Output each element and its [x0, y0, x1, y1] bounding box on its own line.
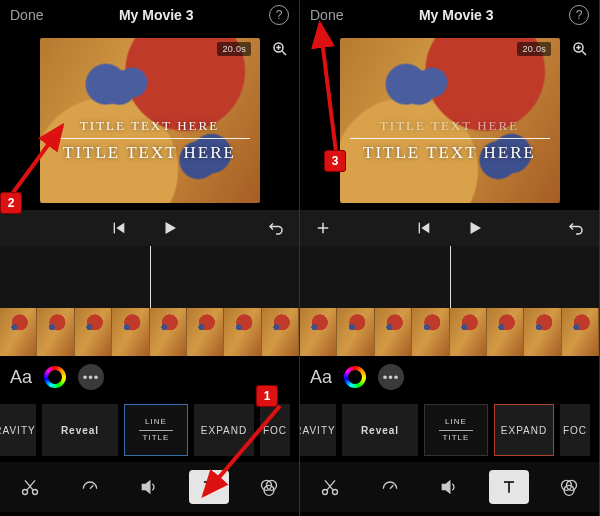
- svg-line-9: [27, 480, 35, 490]
- add-clip-button[interactable]: [314, 219, 332, 237]
- title-presets-row[interactable]: RAVITY Reveal LINETITLE EXPAND FOC: [300, 398, 599, 462]
- play-button[interactable]: [466, 219, 484, 237]
- cut-tool-button[interactable]: [310, 470, 350, 504]
- annotation-marker-1: 1: [256, 385, 278, 407]
- text-style-row: Aa •••: [0, 356, 299, 398]
- preset-line-title[interactable]: LINETITLE: [424, 404, 488, 456]
- svg-line-39: [204, 406, 280, 495]
- color-picker-button[interactable]: [44, 366, 66, 388]
- clip-strip[interactable]: [0, 308, 299, 356]
- svg-line-41: [12, 126, 62, 194]
- title-overlay[interactable]: TITLE TEXT HERE TITLE TEXT HERE: [50, 118, 250, 163]
- svg-marker-25: [421, 223, 429, 234]
- transport-bar: +: [0, 210, 299, 246]
- svg-marker-6: [166, 222, 177, 234]
- timeline[interactable]: [300, 246, 599, 356]
- duration-badge: 20.0s: [217, 42, 251, 56]
- preset-gravity[interactable]: RAVITY: [300, 404, 336, 456]
- svg-rect-24: [418, 223, 419, 234]
- svg-line-30: [325, 480, 333, 490]
- color-picker-button[interactable]: [344, 366, 366, 388]
- speed-tool-button[interactable]: [70, 470, 110, 504]
- svg-line-19: [582, 51, 586, 55]
- timeline[interactable]: [0, 246, 299, 356]
- play-button[interactable]: [161, 219, 179, 237]
- bottom-toolbar: [300, 462, 599, 512]
- title-main-field[interactable]: TITLE TEXT HERE: [50, 143, 250, 163]
- zoom-icon[interactable]: [271, 40, 289, 58]
- volume-tool-button[interactable]: [129, 470, 169, 504]
- svg-line-29: [327, 480, 335, 490]
- help-button[interactable]: ?: [569, 5, 589, 25]
- annotation-marker-2: 2: [0, 192, 22, 214]
- skip-back-button[interactable]: [416, 220, 432, 236]
- title-overlay[interactable]: TITLE TEXT HERE TITLE TEXT HERE: [350, 118, 550, 163]
- preset-focus[interactable]: FOC: [560, 404, 590, 456]
- cut-tool-button[interactable]: [10, 470, 50, 504]
- annotation-marker-3: 3: [324, 150, 346, 172]
- svg-line-10: [25, 480, 33, 490]
- title-subtitle-field[interactable]: TITLE TEXT HERE: [50, 118, 250, 134]
- titles-tool-button[interactable]: [489, 470, 529, 504]
- svg-rect-4: [114, 223, 115, 234]
- annotation-arrow-3: [314, 18, 354, 162]
- speed-tool-button[interactable]: [370, 470, 410, 504]
- annotation-arrow-1: [198, 400, 288, 514]
- preset-gravity[interactable]: RAVITY: [0, 404, 36, 456]
- text-style-row: Aa •••: [300, 356, 599, 398]
- volume-tool-button[interactable]: [429, 470, 469, 504]
- more-options-button[interactable]: •••: [378, 364, 404, 390]
- svg-marker-12: [143, 481, 151, 493]
- undo-button[interactable]: [567, 219, 585, 237]
- zoom-icon[interactable]: [571, 40, 589, 58]
- project-title: My Movie 3: [119, 7, 194, 23]
- title-subtitle-field[interactable]: TITLE TEXT HERE: [350, 118, 550, 134]
- preset-reveal[interactable]: Reveal: [342, 404, 418, 456]
- undo-button[interactable]: [267, 219, 285, 237]
- duration-badge: 20.0s: [517, 42, 551, 56]
- skip-back-button[interactable]: [111, 220, 127, 236]
- title-divider: [350, 138, 550, 139]
- preset-expand[interactable]: EXPAND: [494, 404, 554, 456]
- preset-line-title[interactable]: LINETITLE: [124, 404, 188, 456]
- svg-marker-5: [117, 223, 125, 234]
- title-main-field[interactable]: TITLE TEXT HERE: [350, 143, 550, 163]
- clip-strip[interactable]: [300, 308, 599, 356]
- help-button[interactable]: ?: [269, 5, 289, 25]
- done-button[interactable]: Done: [10, 7, 43, 23]
- font-picker-button[interactable]: Aa: [10, 367, 32, 388]
- more-options-button[interactable]: •••: [78, 364, 104, 390]
- svg-line-31: [390, 485, 393, 488]
- svg-marker-32: [443, 481, 451, 493]
- transport-bar: [300, 210, 599, 246]
- project-title: My Movie 3: [419, 7, 494, 23]
- svg-marker-26: [470, 222, 481, 234]
- svg-line-1: [282, 51, 286, 55]
- svg-line-11: [90, 485, 93, 488]
- font-picker-button[interactable]: Aa: [310, 367, 332, 388]
- svg-line-43: [320, 24, 336, 152]
- title-divider: [50, 138, 250, 139]
- preset-reveal[interactable]: Reveal: [42, 404, 118, 456]
- header: Done My Movie 3 ?: [0, 0, 299, 30]
- filters-tool-button[interactable]: [549, 470, 589, 504]
